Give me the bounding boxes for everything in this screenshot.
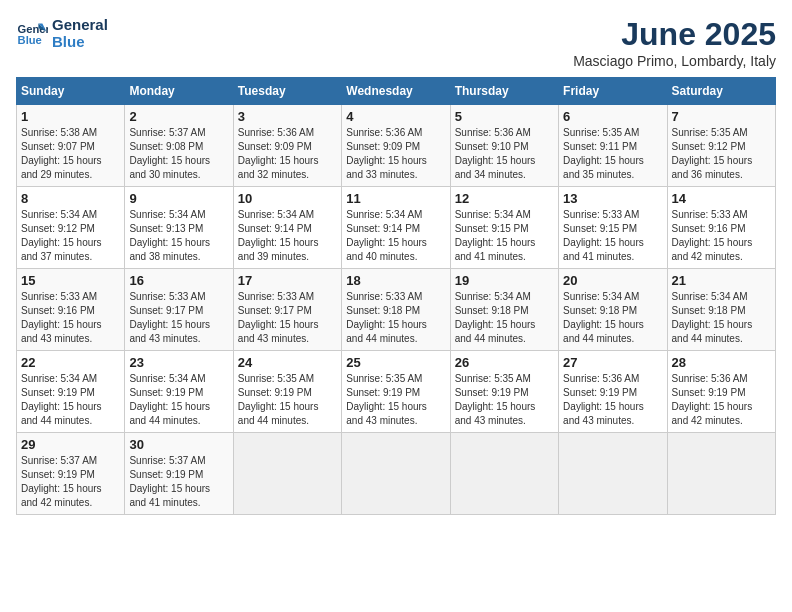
logo: General Blue General Blue bbox=[16, 16, 108, 50]
logo-general: General bbox=[52, 16, 108, 33]
day-info: Sunrise: 5:33 AM Sunset: 9:17 PM Dayligh… bbox=[238, 290, 337, 346]
calendar-cell: 25Sunrise: 5:35 AM Sunset: 9:19 PM Dayli… bbox=[342, 351, 450, 433]
calendar-cell: 29Sunrise: 5:37 AM Sunset: 9:19 PM Dayli… bbox=[17, 433, 125, 515]
day-info: Sunrise: 5:33 AM Sunset: 9:16 PM Dayligh… bbox=[21, 290, 120, 346]
day-number: 15 bbox=[21, 273, 120, 288]
calendar-cell: 1Sunrise: 5:38 AM Sunset: 9:07 PM Daylig… bbox=[17, 105, 125, 187]
calendar-cell: 18Sunrise: 5:33 AM Sunset: 9:18 PM Dayli… bbox=[342, 269, 450, 351]
day-number: 8 bbox=[21, 191, 120, 206]
calendar-cell: 19Sunrise: 5:34 AM Sunset: 9:18 PM Dayli… bbox=[450, 269, 558, 351]
calendar-cell: 30Sunrise: 5:37 AM Sunset: 9:19 PM Dayli… bbox=[125, 433, 233, 515]
calendar-table: Sunday Monday Tuesday Wednesday Thursday… bbox=[16, 77, 776, 515]
calendar-cell: 4Sunrise: 5:36 AM Sunset: 9:09 PM Daylig… bbox=[342, 105, 450, 187]
day-number: 20 bbox=[563, 273, 662, 288]
calendar-subtitle: Masciago Primo, Lombardy, Italy bbox=[573, 53, 776, 69]
day-number: 12 bbox=[455, 191, 554, 206]
title-area: June 2025 Masciago Primo, Lombardy, Ital… bbox=[573, 16, 776, 69]
day-number: 5 bbox=[455, 109, 554, 124]
day-number: 26 bbox=[455, 355, 554, 370]
header-monday: Monday bbox=[125, 78, 233, 105]
day-info: Sunrise: 5:34 AM Sunset: 9:18 PM Dayligh… bbox=[672, 290, 771, 346]
calendar-cell: 15Sunrise: 5:33 AM Sunset: 9:16 PM Dayli… bbox=[17, 269, 125, 351]
calendar-cell bbox=[450, 433, 558, 515]
calendar-cell: 6Sunrise: 5:35 AM Sunset: 9:11 PM Daylig… bbox=[559, 105, 667, 187]
day-info: Sunrise: 5:35 AM Sunset: 9:19 PM Dayligh… bbox=[346, 372, 445, 428]
day-info: Sunrise: 5:33 AM Sunset: 9:15 PM Dayligh… bbox=[563, 208, 662, 264]
day-info: Sunrise: 5:34 AM Sunset: 9:14 PM Dayligh… bbox=[346, 208, 445, 264]
calendar-cell: 16Sunrise: 5:33 AM Sunset: 9:17 PM Dayli… bbox=[125, 269, 233, 351]
day-info: Sunrise: 5:33 AM Sunset: 9:17 PM Dayligh… bbox=[129, 290, 228, 346]
day-number: 23 bbox=[129, 355, 228, 370]
day-info: Sunrise: 5:34 AM Sunset: 9:19 PM Dayligh… bbox=[129, 372, 228, 428]
day-number: 7 bbox=[672, 109, 771, 124]
calendar-week-5: 29Sunrise: 5:37 AM Sunset: 9:19 PM Dayli… bbox=[17, 433, 776, 515]
calendar-week-4: 22Sunrise: 5:34 AM Sunset: 9:19 PM Dayli… bbox=[17, 351, 776, 433]
calendar-header-row: Sunday Monday Tuesday Wednesday Thursday… bbox=[17, 78, 776, 105]
calendar-cell: 20Sunrise: 5:34 AM Sunset: 9:18 PM Dayli… bbox=[559, 269, 667, 351]
day-info: Sunrise: 5:34 AM Sunset: 9:18 PM Dayligh… bbox=[563, 290, 662, 346]
header-friday: Friday bbox=[559, 78, 667, 105]
day-number: 2 bbox=[129, 109, 228, 124]
calendar-cell: 12Sunrise: 5:34 AM Sunset: 9:15 PM Dayli… bbox=[450, 187, 558, 269]
day-number: 21 bbox=[672, 273, 771, 288]
day-info: Sunrise: 5:37 AM Sunset: 9:19 PM Dayligh… bbox=[129, 454, 228, 510]
day-info: Sunrise: 5:33 AM Sunset: 9:16 PM Dayligh… bbox=[672, 208, 771, 264]
calendar-cell: 7Sunrise: 5:35 AM Sunset: 9:12 PM Daylig… bbox=[667, 105, 775, 187]
header-sunday: Sunday bbox=[17, 78, 125, 105]
header-wednesday: Wednesday bbox=[342, 78, 450, 105]
day-info: Sunrise: 5:38 AM Sunset: 9:07 PM Dayligh… bbox=[21, 126, 120, 182]
day-info: Sunrise: 5:35 AM Sunset: 9:19 PM Dayligh… bbox=[238, 372, 337, 428]
day-info: Sunrise: 5:37 AM Sunset: 9:19 PM Dayligh… bbox=[21, 454, 120, 510]
calendar-cell: 17Sunrise: 5:33 AM Sunset: 9:17 PM Dayli… bbox=[233, 269, 341, 351]
svg-text:Blue: Blue bbox=[18, 34, 42, 46]
calendar-cell: 28Sunrise: 5:36 AM Sunset: 9:19 PM Dayli… bbox=[667, 351, 775, 433]
day-number: 13 bbox=[563, 191, 662, 206]
day-info: Sunrise: 5:34 AM Sunset: 9:18 PM Dayligh… bbox=[455, 290, 554, 346]
header-tuesday: Tuesday bbox=[233, 78, 341, 105]
day-number: 3 bbox=[238, 109, 337, 124]
calendar-cell: 23Sunrise: 5:34 AM Sunset: 9:19 PM Dayli… bbox=[125, 351, 233, 433]
day-info: Sunrise: 5:34 AM Sunset: 9:12 PM Dayligh… bbox=[21, 208, 120, 264]
day-number: 16 bbox=[129, 273, 228, 288]
calendar-cell: 21Sunrise: 5:34 AM Sunset: 9:18 PM Dayli… bbox=[667, 269, 775, 351]
calendar-week-1: 1Sunrise: 5:38 AM Sunset: 9:07 PM Daylig… bbox=[17, 105, 776, 187]
day-number: 11 bbox=[346, 191, 445, 206]
header-saturday: Saturday bbox=[667, 78, 775, 105]
day-number: 28 bbox=[672, 355, 771, 370]
calendar-cell: 14Sunrise: 5:33 AM Sunset: 9:16 PM Dayli… bbox=[667, 187, 775, 269]
day-number: 9 bbox=[129, 191, 228, 206]
day-info: Sunrise: 5:35 AM Sunset: 9:11 PM Dayligh… bbox=[563, 126, 662, 182]
day-info: Sunrise: 5:34 AM Sunset: 9:14 PM Dayligh… bbox=[238, 208, 337, 264]
day-number: 17 bbox=[238, 273, 337, 288]
day-number: 18 bbox=[346, 273, 445, 288]
day-info: Sunrise: 5:37 AM Sunset: 9:08 PM Dayligh… bbox=[129, 126, 228, 182]
logo-blue: Blue bbox=[52, 33, 108, 50]
day-number: 14 bbox=[672, 191, 771, 206]
calendar-cell: 10Sunrise: 5:34 AM Sunset: 9:14 PM Dayli… bbox=[233, 187, 341, 269]
page-header: General Blue General Blue June 2025 Masc… bbox=[16, 16, 776, 69]
calendar-cell: 27Sunrise: 5:36 AM Sunset: 9:19 PM Dayli… bbox=[559, 351, 667, 433]
day-number: 10 bbox=[238, 191, 337, 206]
day-info: Sunrise: 5:35 AM Sunset: 9:19 PM Dayligh… bbox=[455, 372, 554, 428]
day-number: 6 bbox=[563, 109, 662, 124]
calendar-cell: 24Sunrise: 5:35 AM Sunset: 9:19 PM Dayli… bbox=[233, 351, 341, 433]
calendar-cell bbox=[233, 433, 341, 515]
calendar-title: June 2025 bbox=[573, 16, 776, 53]
day-number: 29 bbox=[21, 437, 120, 452]
day-info: Sunrise: 5:36 AM Sunset: 9:19 PM Dayligh… bbox=[563, 372, 662, 428]
day-number: 1 bbox=[21, 109, 120, 124]
day-info: Sunrise: 5:34 AM Sunset: 9:13 PM Dayligh… bbox=[129, 208, 228, 264]
calendar-cell: 13Sunrise: 5:33 AM Sunset: 9:15 PM Dayli… bbox=[559, 187, 667, 269]
day-number: 22 bbox=[21, 355, 120, 370]
calendar-week-3: 15Sunrise: 5:33 AM Sunset: 9:16 PM Dayli… bbox=[17, 269, 776, 351]
day-info: Sunrise: 5:33 AM Sunset: 9:18 PM Dayligh… bbox=[346, 290, 445, 346]
day-number: 19 bbox=[455, 273, 554, 288]
calendar-week-2: 8Sunrise: 5:34 AM Sunset: 9:12 PM Daylig… bbox=[17, 187, 776, 269]
day-number: 30 bbox=[129, 437, 228, 452]
calendar-cell: 11Sunrise: 5:34 AM Sunset: 9:14 PM Dayli… bbox=[342, 187, 450, 269]
calendar-cell: 26Sunrise: 5:35 AM Sunset: 9:19 PM Dayli… bbox=[450, 351, 558, 433]
day-info: Sunrise: 5:35 AM Sunset: 9:12 PM Dayligh… bbox=[672, 126, 771, 182]
day-info: Sunrise: 5:34 AM Sunset: 9:15 PM Dayligh… bbox=[455, 208, 554, 264]
calendar-cell: 5Sunrise: 5:36 AM Sunset: 9:10 PM Daylig… bbox=[450, 105, 558, 187]
logo-icon: General Blue bbox=[16, 17, 48, 49]
